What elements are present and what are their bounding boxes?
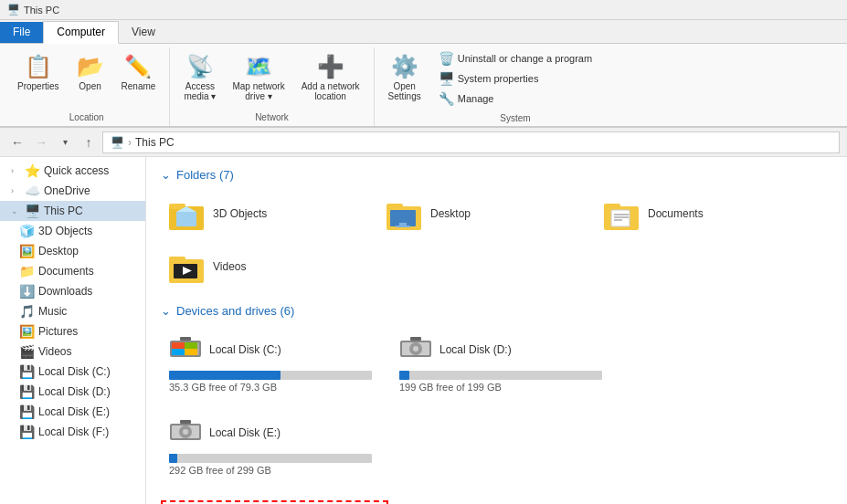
tab-view[interactable]: View [119,22,168,43]
this-pc-chevron: ⌄ [11,206,20,215]
folder-item-documents[interactable]: Documents [596,191,806,236]
back-button[interactable]: ← [7,132,27,152]
3d-objects-label: 3D Objects [38,225,138,237]
drive-c-bar-bg [169,371,372,380]
pictures-icon: 🖼️ [18,324,35,339]
svg-rect-3 [176,212,196,226]
sidebar-item-local-disk-c[interactable]: 💾 Local Disk (C:) [0,362,145,382]
system-small-buttons: 🗑️ Uninstall or change a program 🖥️ Syst… [428,49,603,124]
folder-item-desktop[interactable]: Desktop [378,191,588,236]
folder-item-3d-objects[interactable]: 3D Objects [161,191,371,236]
onedrive-icon: ☁️ [24,184,40,198]
onedrive-label: OneDrive [44,184,138,197]
desktop-icon: 🖼️ [18,244,35,258]
sidebar-item-quick-access[interactable]: › ⭐ Quick access [0,161,145,181]
ribbon-tabs: File Computer View [0,20,847,44]
sidebar-item-music[interactable]: 🎵 Music [0,301,145,321]
svg-rect-27 [180,337,191,341]
network-group-label: Network [255,112,289,124]
map-network-drive-button[interactable]: 🗺️ Map networkdrive ▾ [226,49,291,104]
system-properties-button[interactable]: 🖥️ System properties [435,69,596,88]
drive-e-top: Local Disk (E:) [169,416,372,448]
drive-d-icon [399,333,432,365]
properties-button[interactable]: 📋 Properties [11,49,66,94]
drive-item-c[interactable]: Local Disk (C:) 35.3 GB free of 79.3 GB [161,327,380,399]
this-pc-icon: 🖥️ [24,204,40,218]
tab-computer[interactable]: Computer [43,21,119,44]
access-media-button[interactable]: 📡 Accessmedia ▾ [177,49,222,104]
drive-item-e[interactable]: Local Disk (E:) 292 GB free of 299 GB [161,410,380,482]
svg-rect-26 [185,349,197,355]
sidebar-item-3d-objects[interactable]: 🧊 3D Objects [0,221,145,241]
sidebar-item-downloads[interactable]: ⬇️ Downloads [0,281,145,301]
sidebar-item-local-disk-d[interactable]: 💾 Local Disk (D:) [0,382,145,402]
drive-c-bar-fill [169,371,281,380]
address-path[interactable]: 🖥️ › This PC [102,131,840,153]
quick-access-icon: ⭐ [24,163,40,178]
sidebar-item-documents[interactable]: 📁 Documents [0,261,145,281]
svg-rect-6 [386,204,403,209]
sidebar-item-onedrive[interactable]: › ☁️ OneDrive [0,181,145,201]
sidebar-item-pictures[interactable]: 🖼️ Pictures [0,321,145,341]
system-props-icon: 🖥️ [439,71,454,86]
rename-icon: ✏️ [123,52,153,81]
open-settings-button[interactable]: ⚙️ OpenSettings [382,49,428,104]
drive-d-bar-bg [399,371,602,380]
svg-rect-23 [172,342,185,349]
drive-item-d[interactable]: Local Disk (D:) 199 GB free of 199 GB [391,327,610,399]
svg-rect-11 [604,204,620,209]
sidebar-item-local-disk-f[interactable]: 💾 Local Disk (F:) [0,422,145,442]
sidebar-item-this-pc[interactable]: ⌄ 🖥️ This PC [0,201,145,221]
pictures-label: Pictures [38,325,138,338]
uninstall-icon: 🗑️ [439,51,454,66]
open-button[interactable]: 📂 Open [69,49,111,94]
documents-icon: 📁 [18,264,35,278]
svg-point-37 [183,429,188,435]
add-network-icon: ➕ [316,52,345,81]
path-label: This PC [135,136,175,149]
ribbon-body: 📋 Properties 📂 Open ✏️ Rename Location 📡… [0,44,847,128]
local-disk-e-icon: 💾 [18,404,35,419]
manage-button[interactable]: 🔧 Manage [435,89,596,108]
manage-label: Manage [458,93,494,104]
sidebar-item-desktop[interactable]: 🖼️ Desktop [0,241,145,261]
add-network-location-button[interactable]: ➕ Add a networklocation [295,49,366,104]
rename-button[interactable]: ✏️ Rename [115,49,163,94]
title-bar-icon: 🖥️ [7,4,20,16]
settings-icon: ⚙️ [390,52,419,81]
local-disk-d-label: Local Disk (D:) [38,385,138,398]
folder-3d-objects-name: 3D Objects [213,207,267,220]
svg-rect-12 [611,210,630,226]
rename-label: Rename [122,81,156,91]
documents-label: Documents [38,265,138,278]
svg-point-32 [413,346,418,352]
tab-file[interactable]: File [0,22,43,43]
svg-rect-9 [396,226,410,227]
local-disk-c-label: Local Disk (C:) [38,365,138,378]
folder-3d-objects-icon [169,195,206,232]
uninstall-button[interactable]: 🗑️ Uninstall or change a program [435,49,596,68]
location-group-label: Location [69,112,104,124]
folder-item-videos[interactable]: Videos [161,244,371,289]
folder-documents-icon [604,195,641,232]
sidebar-item-videos[interactable]: 🎬 Videos [0,341,145,362]
properties-icon: 📋 [24,52,53,81]
ribbon-group-system: ⚙️ OpenSettings 🗑️ Uninstall or change a… [375,47,611,126]
drives-grid: Local Disk (C:) 35.3 GB free of 79.3 GB [161,327,832,482]
svg-rect-17 [169,257,185,262]
3d-objects-icon: 🧊 [18,224,35,238]
forward-button[interactable]: → [31,132,51,152]
drive-e-bar-bg [169,454,372,463]
drive-c-top: Local Disk (C:) [169,333,372,365]
drive-d-name: Local Disk (D:) [439,343,512,356]
music-label: Music [38,305,138,318]
folders-section-label: Folders (7) [176,168,234,182]
downloads-icon: ⬇️ [18,284,35,299]
access-media-icon: 📡 [185,52,215,81]
up-button[interactable]: ↑ [79,132,99,152]
recent-locations-button[interactable]: ▾ [55,132,75,152]
map-drive-label: Map networkdrive ▾ [232,81,284,101]
sidebar-item-local-disk-e[interactable]: 💾 Local Disk (E:) [0,402,145,422]
local-disk-f-label: Local Disk (F:) [38,425,138,438]
local-disk-d-icon: 💾 [18,384,35,399]
